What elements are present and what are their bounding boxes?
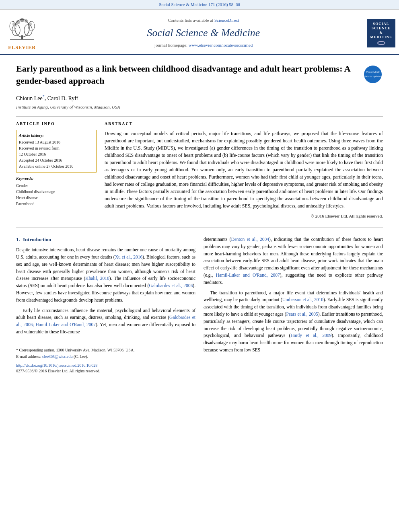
journal-logo-section: SOCIALSCIENCE& MEDICINE <box>363 13 399 54</box>
accepted-date: Accepted 24 October 2016 <box>19 158 94 163</box>
galobardes-2006-link[interactable]: Galobardes et al., 2006 <box>149 283 193 288</box>
author-names: Chioun Lee*, Carol D. Ryff <box>16 95 78 101</box>
article-history-group: Article history: Received 13 August 2016… <box>16 130 97 173</box>
doi-section: http://dx.doi.org/10.1016/j.socscimed.20… <box>16 363 195 368</box>
svg-text:click for updates: click for updates <box>364 75 381 78</box>
article-history-title: Article history: <box>19 133 94 138</box>
intro-para-1: Despite intensive interventions, heart d… <box>16 246 195 304</box>
khalil-2010-link[interactable]: Khalil, 2010 <box>85 276 109 281</box>
intro-section-title: 1. Introduction <box>16 236 195 243</box>
journal-logo-box: SOCIALSCIENCE& MEDICINE <box>367 19 395 47</box>
received-revised-date: 12 October 2016 <box>19 152 94 157</box>
intro-para-2: Early-life circumstances influence the m… <box>16 307 195 336</box>
email-note: E-mail address: clee365@wisc.edu (C. Lee… <box>16 354 195 359</box>
article-info-panel: ARTICLE INFO Article history: Received 1… <box>16 121 97 220</box>
journal-citation-bar: Social Science & Medicine 171 (2016) 58–… <box>0 0 399 10</box>
xu-2016-link[interactable]: Xu et al., 2016 <box>115 255 143 259</box>
keyword-parenthood: Parenthood <box>16 201 97 207</box>
journal-title-header: Social Science & Medicine <box>147 26 260 40</box>
copyright-notice: © 2016 Elsevier Ltd. All rights reserved… <box>105 213 383 220</box>
article-main: Early parenthood as a link between child… <box>0 55 399 382</box>
article-title: Early parenthood as a link between child… <box>16 63 359 86</box>
journal-header: ELSEVIER Contents lists available at Sci… <box>0 10 399 55</box>
keyword-gender: Gender <box>16 183 97 189</box>
body-left-column: 1. Introduction Despite intensive interv… <box>16 236 195 374</box>
abstract-text: Drawing on conceptual models of critical… <box>105 130 383 220</box>
article-info-abstract-section: ARTICLE INFO Article history: Received 1… <box>16 117 383 220</box>
keywords-title: Keywords: <box>16 176 97 181</box>
hardy-2009-link[interactable]: Hardy et al., 2009 <box>290 333 331 338</box>
keywords-group: Keywords: Gender Childhood disadvantage … <box>16 176 97 207</box>
journal-logo-title: SOCIALSCIENCE& MEDICINE <box>370 22 393 39</box>
globe-icon <box>377 41 385 45</box>
corresponding-author-note: * Corresponding author. 1300 University … <box>16 347 195 353</box>
received-revised-label: Received in revised form <box>19 146 94 151</box>
galobardes-hamil-link[interactable]: Galobardes et al., 2006; Hamil-Luker and… <box>16 315 195 327</box>
svg-rect-0 <box>21 35 23 39</box>
section-title-text: Introduction <box>23 236 51 242</box>
keyword-heart-disease: Heart disease <box>16 195 97 201</box>
issn-section: 0277-9536/© 2016 Elsevier Ltd. All right… <box>16 368 195 374</box>
article-info-title: ARTICLE INFO <box>16 121 97 127</box>
section-divider <box>16 228 383 228</box>
svg-point-12 <box>364 66 382 83</box>
received-date: Received 13 August 2016 <box>19 140 94 145</box>
pears-2005-link[interactable]: Pears et al., 2005 <box>286 312 318 316</box>
crossmark-icon: CrossMark click for updates <box>363 64 383 84</box>
keywords-list: Gender Childhood disadvantage Heart dise… <box>16 183 97 207</box>
footnote-section: * Corresponding author. 1300 University … <box>16 344 195 359</box>
journal-citation-text: Social Science & Medicine 171 (2016) 58–… <box>159 2 240 7</box>
intro-body-text-left: Despite intensive interventions, heart d… <box>16 246 195 336</box>
body-right-column: determinants (Denton et al., 2004), indi… <box>204 236 383 374</box>
abstract-section: ABSTRACT Drawing on conceptual models of… <box>105 121 383 220</box>
authors-line: Chioun Lee*, Carol D. Ryff <box>16 94 383 103</box>
umberson-2010-link[interactable]: Umberson et al., 2010 <box>282 297 323 302</box>
contents-available-text: Contents lists available at ScienceDirec… <box>168 17 239 23</box>
elsevier-tree-icon <box>8 16 36 40</box>
svg-point-6 <box>16 20 20 24</box>
right-para-2: The transition to parenthood, a major li… <box>204 290 383 354</box>
hamil-luker-link[interactable]: Hamil-Luker and O'Rand, 2007 <box>216 273 280 277</box>
elsevier-logo-section: ELSEVIER <box>0 13 44 54</box>
available-online-date: Available online 27 October 2016 <box>19 164 94 169</box>
abstract-title: ABSTRACT <box>105 121 383 127</box>
corresponding-marker: * <box>43 94 45 99</box>
crossmark-badge: CrossMark click for updates <box>363 64 383 86</box>
affiliation-text: Institute on Aging, University of Wiscon… <box>16 104 383 110</box>
svg-point-9 <box>12 23 16 26</box>
body-content: 1. Introduction Despite intensive interv… <box>16 236 383 374</box>
elsevier-logo-inner: ELSEVIER <box>8 16 36 51</box>
right-para-1: determinants (Denton et al., 2004), indi… <box>204 236 383 286</box>
denton-2004-link[interactable]: Denton et al., 2004 <box>231 237 269 242</box>
sciencedirect-link[interactable]: ScienceDirect <box>214 18 239 23</box>
section-number: 1. <box>16 236 20 242</box>
abstract-paragraph: Drawing on conceptual models of critical… <box>105 130 383 210</box>
keyword-childhood-disadvantage: Childhood disadvantage <box>16 189 97 195</box>
svg-point-7 <box>25 19 28 23</box>
journal-header-center: Contents lists available at ScienceDirec… <box>44 13 363 54</box>
journal-homepage-text: journal homepage: www.elsevier.com/locat… <box>154 42 253 48</box>
elsevier-text: ELSEVIER <box>8 44 36 51</box>
intro-body-text-right: determinants (Denton et al., 2004), indi… <box>204 236 383 354</box>
svg-text:CrossMark: CrossMark <box>366 71 380 74</box>
email-link[interactable]: clee365@wisc.edu <box>42 354 73 359</box>
doi-link[interactable]: http://dx.doi.org/10.1016/j.socscimed.20… <box>16 363 97 368</box>
svg-point-8 <box>20 18 24 22</box>
svg-point-10 <box>29 23 32 26</box>
journal-homepage-link[interactable]: www.elsevier.com/locate/socscimed <box>189 43 253 47</box>
